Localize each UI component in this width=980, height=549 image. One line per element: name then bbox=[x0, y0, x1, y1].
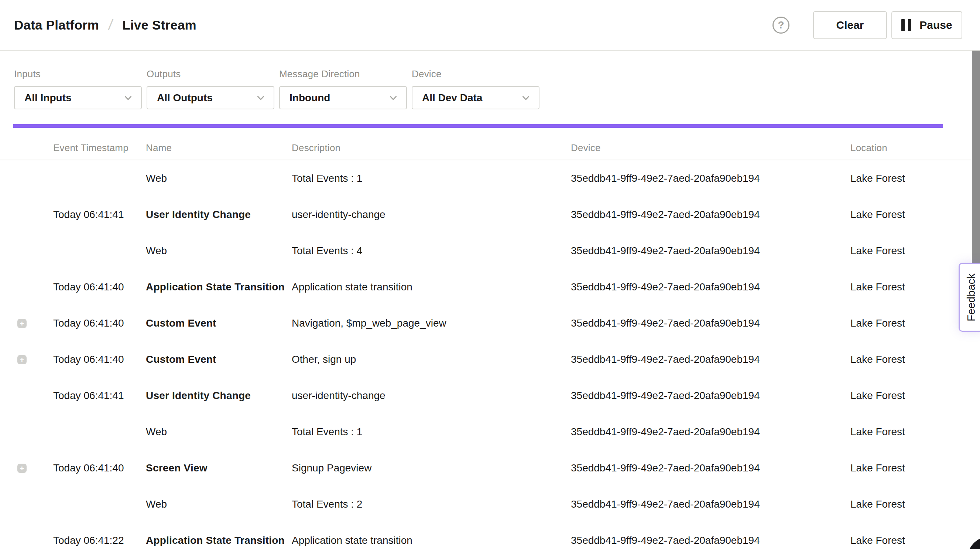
event-device-cell: 35eddb41-9ff9-49e2-7aed-20afa90eb194 bbox=[571, 498, 850, 510]
feedback-tab[interactable]: Feedback bbox=[959, 263, 980, 332]
event-location-cell: Lake Forest bbox=[850, 318, 943, 329]
event-device-cell: 35eddb41-9ff9-49e2-7aed-20afa90eb194 bbox=[571, 462, 850, 474]
event-location-cell: Lake Forest bbox=[850, 535, 943, 546]
event-name-cell: Custom Event bbox=[146, 318, 292, 329]
event-device-cell: 35eddb41-9ff9-49e2-7aed-20afa90eb194 bbox=[571, 281, 850, 293]
filter-group: Message Direction Inbound bbox=[279, 69, 407, 109]
help-icon[interactable]: ? bbox=[773, 17, 789, 34]
event-location-cell: Lake Forest bbox=[850, 172, 943, 184]
event-name-cell: Web bbox=[146, 426, 292, 438]
chevron-down-icon bbox=[123, 93, 133, 103]
filter-label: Outputs bbox=[146, 69, 274, 80]
expand-cell: + bbox=[13, 319, 53, 328]
event-location-cell: Lake Forest bbox=[850, 390, 943, 402]
page-title: Live Stream bbox=[122, 18, 196, 32]
event-name-cell: Web bbox=[146, 172, 292, 184]
live-stream-accent-bar bbox=[13, 124, 943, 128]
event-description-cell: Application state transition bbox=[292, 535, 571, 546]
filter-select[interactable]: All Inputs bbox=[14, 86, 142, 109]
column-header-event-timestamp: Event Timestamp bbox=[53, 142, 146, 154]
table-row: Today 06:41:41 User Identity Change user… bbox=[0, 196, 980, 233]
event-timestamp-cell: Today 06:41:22 bbox=[53, 535, 146, 546]
event-location-cell: Lake Forest bbox=[850, 245, 943, 257]
event-device-cell: 35eddb41-9ff9-49e2-7aed-20afa90eb194 bbox=[571, 535, 850, 546]
expand-cell: + bbox=[13, 355, 53, 364]
filters-bar: Inputs All Inputs Outputs All Outputs Me… bbox=[0, 51, 980, 109]
table-row: Web Total Events : 2 35eddb41-9ff9-49e2-… bbox=[0, 486, 980, 522]
filter-select[interactable]: Inbound bbox=[279, 86, 407, 109]
vertical-scrollbar[interactable] bbox=[972, 51, 980, 264]
event-description-cell: Total Events : 1 bbox=[292, 172, 571, 184]
top-bar: Data Platform / Live Stream ? Clear Paus… bbox=[0, 0, 980, 51]
expand-row-icon[interactable]: + bbox=[18, 464, 27, 473]
event-timestamp-cell: Today 06:41:40 bbox=[53, 318, 146, 329]
event-location-cell: Lake Forest bbox=[850, 281, 943, 293]
column-header-description: Description bbox=[292, 142, 571, 154]
table-row: + Today 06:41:40 Screen View Signup Page… bbox=[0, 450, 980, 486]
event-timestamp-cell: Today 06:41:40 bbox=[53, 462, 146, 474]
table-header-row: Event Timestamp Name Description Device … bbox=[0, 128, 980, 160]
event-timestamp-cell: Today 06:41:41 bbox=[53, 209, 146, 220]
filter-label: Inputs bbox=[14, 69, 142, 80]
filter-select[interactable]: All Dev Data bbox=[412, 86, 539, 109]
event-location-cell: Lake Forest bbox=[850, 498, 943, 510]
breadcrumb-section[interactable]: Data Platform bbox=[14, 18, 99, 32]
column-header-location: Location bbox=[850, 142, 943, 154]
chevron-down-icon bbox=[521, 93, 531, 103]
table-row: + Today 06:41:40 Custom Event Navigation… bbox=[0, 305, 980, 342]
filter-selected-value: Inbound bbox=[290, 92, 330, 104]
pause-button-label: Pause bbox=[920, 19, 952, 31]
event-name-cell: User Identity Change bbox=[146, 390, 292, 402]
event-timestamp-cell: Today 06:41:40 bbox=[53, 281, 146, 293]
filter-group: Device All Dev Data bbox=[412, 69, 539, 109]
filter-group: Outputs All Outputs bbox=[146, 69, 274, 109]
event-location-cell: Lake Forest bbox=[850, 354, 943, 365]
event-description-cell: Other, sign up bbox=[292, 354, 571, 365]
event-device-cell: 35eddb41-9ff9-49e2-7aed-20afa90eb194 bbox=[571, 318, 850, 329]
event-device-cell: 35eddb41-9ff9-49e2-7aed-20afa90eb194 bbox=[571, 245, 850, 257]
event-name-cell: Web bbox=[146, 498, 292, 510]
filter-selected-value: All Inputs bbox=[24, 92, 72, 104]
column-header-name: Name bbox=[146, 142, 292, 154]
event-description-cell: user-identity-change bbox=[292, 390, 571, 402]
clear-button[interactable]: Clear bbox=[813, 11, 887, 39]
table-row: Web Total Events : 1 35eddb41-9ff9-49e2-… bbox=[0, 414, 980, 450]
breadcrumb-separator: / bbox=[107, 17, 114, 33]
event-device-cell: 35eddb41-9ff9-49e2-7aed-20afa90eb194 bbox=[571, 390, 850, 402]
table-row: Today 06:41:40 Application State Transit… bbox=[0, 269, 980, 305]
event-name-cell: User Identity Change bbox=[146, 209, 292, 220]
table-row: Today 06:41:22 Application State Transit… bbox=[0, 522, 980, 549]
event-device-cell: 35eddb41-9ff9-49e2-7aed-20afa90eb194 bbox=[571, 209, 850, 220]
expand-row-icon[interactable]: + bbox=[18, 355, 27, 364]
event-timestamp-cell: Today 06:41:40 bbox=[53, 354, 146, 365]
pause-icon bbox=[901, 19, 911, 31]
event-device-cell: 35eddb41-9ff9-49e2-7aed-20afa90eb194 bbox=[571, 426, 850, 438]
event-name-cell: Application State Transition bbox=[146, 535, 292, 546]
pause-button[interactable]: Pause bbox=[891, 11, 962, 39]
feedback-tab-label: Feedback bbox=[965, 273, 977, 321]
event-description-cell: Signup Pageview bbox=[292, 462, 571, 474]
event-description-cell: Navigation, $mp_web_page_view bbox=[292, 318, 571, 329]
event-device-cell: 35eddb41-9ff9-49e2-7aed-20afa90eb194 bbox=[571, 172, 850, 184]
event-device-cell: 35eddb41-9ff9-49e2-7aed-20afa90eb194 bbox=[571, 354, 850, 365]
event-name-cell: Custom Event bbox=[146, 354, 292, 365]
expand-cell: + bbox=[13, 464, 53, 473]
event-timestamp-cell: Today 06:41:41 bbox=[53, 390, 146, 402]
filter-select[interactable]: All Outputs bbox=[146, 86, 274, 109]
event-description-cell: Application state transition bbox=[292, 281, 571, 293]
event-name-cell: Screen View bbox=[146, 462, 292, 474]
filter-label: Device bbox=[412, 69, 539, 80]
table-row: Web Total Events : 4 35eddb41-9ff9-49e2-… bbox=[0, 233, 980, 269]
table-row: Web Total Events : 1 35eddb41-9ff9-49e2-… bbox=[0, 160, 980, 196]
table-row: + Today 06:41:40 Custom Event Other, sig… bbox=[0, 342, 980, 378]
event-description-cell: Total Events : 2 bbox=[292, 498, 571, 510]
expand-row-icon[interactable]: + bbox=[18, 319, 27, 328]
event-description-cell: Total Events : 4 bbox=[292, 245, 571, 257]
event-name-cell: Application State Transition bbox=[146, 281, 292, 293]
event-description-cell: Total Events : 1 bbox=[292, 426, 571, 438]
event-name-cell: Web bbox=[146, 245, 292, 257]
chevron-down-icon bbox=[256, 93, 266, 103]
chevron-down-icon bbox=[388, 93, 398, 103]
event-location-cell: Lake Forest bbox=[850, 209, 943, 220]
filter-selected-value: All Dev Data bbox=[422, 92, 482, 104]
